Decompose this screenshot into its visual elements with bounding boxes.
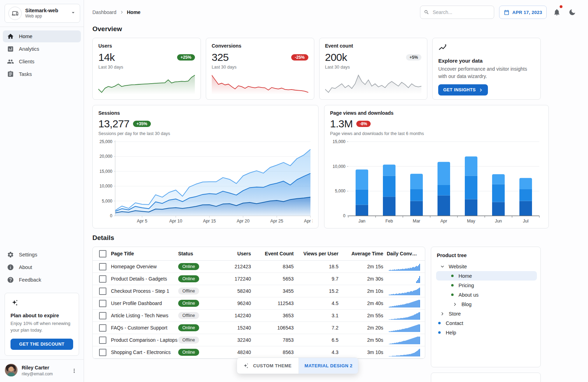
sidebar-item-home[interactable]: Home [3,30,81,42]
tree-item-contact[interactable]: Contact [436,318,537,328]
tree-item-label: Store [449,311,461,317]
daily-conversions-sparkline [387,311,421,320]
table-row[interactable]: Checkout Process - Step 1Offline58240345… [93,285,425,297]
stat-card-event-count: Event count200k+5%Last 30 days [319,38,428,100]
sidebar-item-clients[interactable]: Clients [3,56,81,68]
svg-text:May: May [467,219,475,224]
column-header: Average Time [342,251,387,256]
status-cell: Offline [178,288,223,295]
average-time-cell: 2m 50s [342,337,387,343]
tree-item-blog[interactable]: Blog [436,299,537,309]
status-badge: Offline [178,312,199,319]
sessions-title: Sessions [98,110,313,116]
svg-text:Apr 10: Apr 10 [169,219,182,224]
daily-conversions-sparkline [387,348,421,356]
table-row[interactable]: Product Comparison - LaptopsOffline32240… [93,334,425,346]
stat-value-row: 325-25% [212,51,308,63]
status-badge: Online [178,300,199,307]
row-checkbox[interactable] [99,349,106,356]
get-discount-button[interactable]: GET THE DISCOUNT [10,339,73,350]
notifications-button[interactable] [552,7,562,17]
sparkle-icon [243,362,250,369]
nav-label: About [19,264,32,270]
tree-item-label: About us [458,292,478,298]
page-title-cell: Article Listing - Tech News [111,313,178,318]
event-count-cell: 5653 [254,276,297,282]
search-input[interactable] [432,9,490,15]
status-badge: Online [178,349,199,356]
row-checkbox[interactable] [99,337,106,344]
select-all-checkbox[interactable] [99,250,106,257]
help-icon [7,276,14,283]
user-profile: Riley Carter riley@email.com [0,359,84,382]
user-menu-button[interactable] [70,366,79,375]
user-email: riley@email.com [22,372,65,376]
tree-item-store[interactable]: Store [436,309,537,318]
table-row[interactable]: Article Listing - Tech NewsOffline142240… [93,310,425,322]
table-row[interactable]: Shopping Cart - ElectronicsOnline4824085… [93,346,425,359]
sessions-subtitle: Sessions per day for the last 30 days [98,131,313,136]
insights-icon [438,43,447,54]
sidebar-item-tasks[interactable]: Tasks [3,68,81,80]
stat-value-row: 14k+25% [98,51,195,63]
row-checkbox[interactable] [99,324,106,332]
charts-row: Sessions 13,277 +35% Sessions per day fo… [92,105,541,228]
breadcrumb-root[interactable]: Dashboard [92,9,117,15]
table-row[interactable]: User Profile DashboardOnline962401125434… [93,297,425,310]
breadcrumb-separator-icon [119,10,124,15]
devices-icon [8,7,22,20]
tree-item-help[interactable]: Help [436,328,537,337]
breadcrumb-current: Home [127,9,141,15]
table-row[interactable]: Homepage OverviewOnline212423834518.52m … [93,261,425,273]
views-per-user-cell: 4.3 [297,349,342,355]
tree-item-pricing[interactable]: Pricing [436,281,537,290]
calendar-icon [504,9,510,15]
get-insights-button[interactable]: GET INSIGHTS [438,84,488,96]
column-header: Users [223,251,254,256]
sidebar-item-analytics[interactable]: Analytics [3,43,81,55]
tree-item-home[interactable]: Home [436,271,537,281]
more-vert-icon [71,368,77,374]
dark-mode-toggle[interactable] [567,7,578,17]
views-per-user-cell: 6.5 [297,337,342,343]
row-checkbox[interactable] [99,263,106,270]
workspace-select[interactable]: Sitemark-web Web app [5,4,80,23]
column-header: Status [178,251,223,256]
tree-item-website[interactable]: Website [436,262,537,271]
row-checkbox[interactable] [99,275,106,283]
table-row[interactable]: FAQs - Customer SupportOnline15240106543… [93,322,425,334]
stat-title: Users [98,43,195,49]
row-checkbox[interactable] [99,288,106,295]
tree-item-about-us[interactable]: About us [436,290,537,299]
right-column: Product tree WebsiteHomePricingAbout usB… [431,247,541,382]
stat-value: 14k [98,51,115,63]
svg-text:10,000: 10,000 [332,164,345,169]
date-picker-button[interactable]: APR 17, 2023 [499,6,547,19]
sidebar-item-settings[interactable]: Settings [3,249,81,261]
daily-conversions-sparkline [387,262,421,271]
svg-text:Jan: Jan [358,219,365,224]
bullet-icon [449,292,455,298]
clients-icon [7,58,14,65]
plan-body: Enjoy 10% off when renewing your plan to… [10,320,73,334]
row-checkbox[interactable] [99,312,106,319]
tree-item-label: Blog [461,302,471,307]
views-per-user-cell: 4.5 [297,300,342,306]
sidebar-item-about[interactable]: About [3,261,81,273]
sidebar-item-feedback[interactable]: Feedback [3,274,81,286]
status-badge: Offline [178,337,199,344]
overview-title: Overview [92,25,541,33]
views-per-user-cell: 15.2 [297,288,342,294]
user-name: Riley Carter [22,365,65,371]
page-title-cell: Homepage Overview [111,264,178,269]
table-row[interactable]: Product Details - GadgetsOnline172240565… [93,273,425,285]
custom-theme-button[interactable]: CUSTOM THEME [237,358,299,374]
stat-value: 200k [325,51,347,63]
users-cell: 172240 [223,276,254,282]
row-checkbox[interactable] [99,300,106,307]
material-design-2-button[interactable]: MATERIAL DESIGN 2 [299,358,358,374]
users-cell: 58240 [223,288,254,294]
daily-conversions-sparkline [387,336,421,344]
svg-text:5,000: 5,000 [335,189,345,193]
bullet-icon [437,320,442,326]
